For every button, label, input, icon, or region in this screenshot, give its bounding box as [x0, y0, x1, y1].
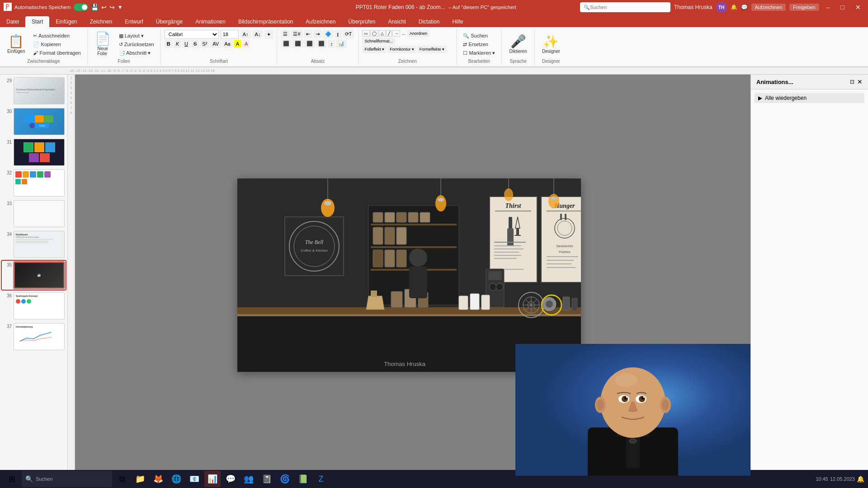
slide-thumb-33[interactable]: 33 [2, 199, 66, 228]
tab-ansicht[interactable]: Ansicht [382, 16, 412, 27]
maximize-button[interactable]: □ [837, 4, 848, 11]
notification-button[interactable]: 🔔 [857, 475, 864, 483]
slide-thumb-31[interactable]: 31 [2, 138, 66, 167]
tab-uebergaenge[interactable]: Übergänge [150, 16, 189, 27]
char-spacing-button[interactable]: AV [210, 40, 221, 48]
font-size-input[interactable] [221, 30, 239, 39]
tab-zeichnen[interactable]: Zeichnen [84, 16, 118, 27]
shape-triangle[interactable]: △ [379, 30, 386, 37]
autosave-toggle[interactable] [74, 4, 88, 11]
justify-button[interactable]: ⬛ [316, 39, 327, 48]
diktieren-button[interactable]: 🎤 Diktieren [505, 33, 530, 56]
ersetzen-button[interactable]: ⇄ Ersetzen [460, 41, 498, 48]
play-all-button[interactable]: ▶ Alle wiedergeben [755, 93, 864, 103]
numbering-button[interactable]: ☰# [291, 30, 302, 38]
slide-thumb-34[interactable]: 34 Dashboard Selbstreflexion Businesspla… [2, 230, 66, 259]
suchen-button[interactable]: 🔍 Suchen [460, 32, 498, 40]
more-tools-icon[interactable]: ▼ [118, 4, 123, 10]
tab-einfuegen[interactable]: Einfügen [49, 16, 83, 27]
animations-close-icon[interactable]: ✕ [857, 78, 863, 85]
highlight-button[interactable]: A [234, 40, 241, 48]
einfuegen-button[interactable]: 📋 Einfügen [4, 33, 28, 56]
tab-dictation[interactable]: Dictation [412, 16, 446, 27]
zuruecksetzen-button[interactable]: ↺ Zurücksetzen [116, 41, 157, 48]
align-left-button[interactable]: ⬛ [281, 39, 292, 48]
case-button[interactable]: Aa [222, 40, 232, 48]
powerpoint-taskbar-button[interactable]: 📊 [204, 471, 221, 487]
tab-bildschirmpraesentation[interactable]: Bildschirmpräsentation [232, 16, 299, 27]
convert-smartart-button[interactable]: 📊 [336, 39, 347, 48]
tab-start[interactable]: Start [25, 16, 49, 27]
fuellung-button[interactable]: Fülleffekt ▾ [362, 46, 387, 53]
abschnitt-button[interactable]: 📑 Abschnitt ▾ [116, 49, 157, 57]
tab-entwurf[interactable]: Entwurf [118, 16, 150, 27]
designer-button[interactable]: ✨ Designer [538, 33, 564, 56]
underline-button[interactable]: U [182, 40, 190, 48]
tab-aufzeichnen[interactable]: Aufzeichnen [299, 16, 342, 27]
teams-button[interactable]: 👥 [241, 471, 257, 487]
font-selector[interactable]: Calibri [165, 30, 219, 39]
tab-datei[interactable]: Datei [0, 16, 25, 27]
taskview-button[interactable]: ⧉ [114, 471, 130, 487]
shape-arrow[interactable]: → [392, 30, 400, 37]
firefox-button[interactable]: 🦊 [150, 471, 166, 487]
comments-icon[interactable]: 💬 [741, 4, 748, 10]
shape-round[interactable]: ◯ [370, 30, 378, 37]
freigeben-btn[interactable]: Freigeben [789, 4, 819, 11]
shape-line[interactable]: ╱ [386, 30, 392, 37]
schnellformatvorlagen-button[interactable]: Schnellformat... [362, 38, 395, 45]
font-color-button[interactable]: A [242, 40, 250, 48]
slide-thumb-30[interactable]: 30 Chart [2, 107, 66, 136]
slide-thumb-37[interactable]: 37 Umsatzplanung [2, 322, 66, 351]
format-uebertragen-button[interactable]: 🖌 Format übertragen [30, 49, 83, 56]
outlook-button[interactable]: 📧 [186, 471, 203, 487]
slide-thumb-29[interactable]: 29 Dashboard Basismethode PräsentationSu… [2, 76, 66, 105]
skype-button[interactable]: 💬 [222, 471, 239, 487]
start-button[interactable]: ⊞ [4, 471, 20, 487]
search-input[interactable] [590, 5, 653, 10]
clear-format-button[interactable]: ✦ [264, 30, 273, 39]
align-right-button[interactable]: ⬛ [304, 39, 315, 48]
layout-button[interactable]: ▦ Layout ▾ [116, 32, 157, 40]
minimize-button[interactable]: – [823, 4, 834, 11]
slide-thumb-32[interactable]: 32 [2, 169, 66, 197]
ausschneiden-button[interactable]: ✂ Ausschneiden [30, 32, 83, 40]
shape-rect[interactable]: ▭ [362, 30, 370, 37]
edge-button[interactable]: 🌀 [277, 471, 293, 487]
slide-thumb-36[interactable]: 36 Spielregeln Konzept [2, 291, 66, 320]
tab-hilfe[interactable]: Hilfe [446, 16, 469, 27]
increase-indent-button[interactable]: ⇥ [313, 30, 322, 38]
formeffekt-button[interactable]: Formeffekte ▾ [417, 46, 447, 53]
text-direction-button[interactable]: ⟳T [343, 30, 354, 38]
more-shapes[interactable]: ... [401, 31, 407, 36]
neue-folie-button[interactable]: 📄 NeueFolie [91, 31, 114, 58]
search-taskbar-button[interactable]: 🔍 Suchen [22, 471, 112, 487]
arrange-button[interactable]: Anordnen [407, 30, 429, 37]
tab-ueberpruefen[interactable]: Überprüfen [342, 16, 382, 27]
zoom-button[interactable]: Z [313, 471, 329, 487]
file-explorer-button[interactable]: 📁 [132, 471, 148, 487]
shadow-button[interactable]: S² [200, 40, 209, 48]
italic-button[interactable]: K [174, 40, 181, 48]
strikethrough-button[interactable]: S [191, 40, 199, 48]
kopieren-button[interactable]: 📄 Kopieren [30, 41, 83, 48]
undo-icon[interactable]: ↩ [101, 4, 107, 11]
share-icon[interactable]: 🔔 [731, 4, 737, 10]
onenote-button[interactable]: 📓 [259, 471, 275, 487]
smartart-button[interactable]: 🔷 [323, 30, 334, 38]
save-icon[interactable]: 💾 [91, 4, 99, 11]
tab-animationen[interactable]: Animationen [189, 16, 232, 27]
excel-button[interactable]: 📗 [295, 471, 311, 487]
kontur-button[interactable]: Formkontur ▾ [387, 46, 416, 53]
bullets-button[interactable]: ☰ [281, 30, 290, 38]
slide-thumb-35[interactable]: 35 ☕ [2, 261, 66, 290]
column-button[interactable]: ⫿ [335, 30, 342, 38]
animations-expand-icon[interactable]: ⊡ [850, 79, 854, 85]
redo-icon[interactable]: ↪ [109, 4, 115, 11]
align-center-button[interactable]: ⬛ [292, 39, 303, 48]
close-button[interactable]: ✕ [852, 4, 864, 11]
markieren-button[interactable]: ☐ Markieren ▾ [460, 49, 498, 57]
search-box[interactable]: 🔍 [580, 2, 670, 12]
bold-button[interactable]: B [165, 40, 173, 48]
present-btn[interactable]: Aufzeichnen [751, 4, 786, 11]
